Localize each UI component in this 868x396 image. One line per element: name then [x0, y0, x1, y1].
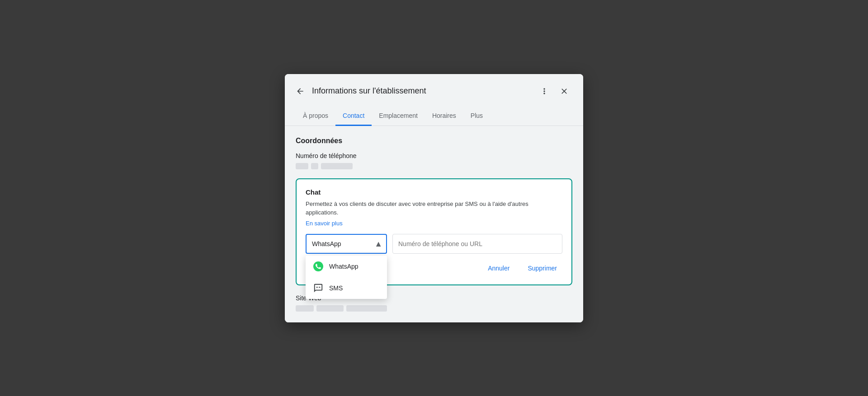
phone-block-2	[311, 163, 318, 169]
whatsapp-icon	[313, 261, 324, 272]
back-button[interactable]	[292, 83, 308, 99]
dropdown-item-whatsapp-label: WhatsApp	[329, 263, 359, 270]
phone-block-1	[296, 163, 308, 169]
svg-rect-2	[319, 287, 321, 288]
chat-card-title: Chat	[306, 188, 562, 196]
modal-window: Informations sur l'établissement À propo…	[285, 74, 583, 322]
tab-horaires[interactable]: Horaires	[425, 107, 463, 126]
more-options-button[interactable]	[536, 83, 552, 99]
sms-icon	[313, 283, 324, 294]
section-coordonnees-title: Coordonnées	[296, 137, 572, 145]
tab-emplacement[interactable]: Emplacement	[372, 107, 425, 126]
site-block-1	[296, 305, 314, 312]
site-web-value-placeholder	[296, 305, 572, 312]
tab-contact[interactable]: Contact	[335, 107, 372, 126]
chat-inputs-row: WhatsApp SMS ▲ WhatsApp	[306, 234, 562, 254]
chat-type-dropdown-wrapper: WhatsApp SMS ▲ WhatsApp	[306, 234, 387, 254]
phone-value-placeholder	[296, 163, 572, 169]
dropdown-item-whatsapp[interactable]: WhatsApp	[306, 256, 387, 277]
chat-type-select[interactable]: WhatsApp SMS	[306, 234, 387, 254]
tab-a-propos[interactable]: À propos	[296, 107, 335, 126]
close-button[interactable]	[556, 83, 572, 99]
learn-more-link[interactable]: En savoir plus	[306, 220, 343, 227]
phone-url-input[interactable]	[392, 234, 562, 254]
svg-point-0	[313, 261, 323, 271]
site-block-3	[346, 305, 387, 312]
dropdown-item-sms[interactable]: SMS	[306, 277, 387, 299]
tab-plus[interactable]: Plus	[463, 107, 490, 126]
phone-block-3	[321, 163, 353, 169]
modal-title: Informations sur l'établissement	[312, 86, 536, 96]
supprimer-button[interactable]: Supprimer	[522, 261, 562, 275]
dropdown-menu: WhatsApp SMS	[306, 256, 387, 299]
phone-label: Numéro de téléphone	[296, 152, 572, 159]
site-block-2	[316, 305, 344, 312]
annuler-button[interactable]: Annuler	[482, 261, 515, 275]
modal-body: Coordonnées Numéro de téléphone Chat Per…	[285, 126, 583, 322]
modal-header: Informations sur l'établissement	[285, 74, 583, 107]
chat-card-description: Permettez à vos clients de discuter avec…	[306, 200, 562, 217]
chat-card: Chat Permettez à vos clients de discuter…	[296, 178, 572, 285]
header-icons	[536, 83, 572, 99]
tabs-bar: À propos Contact Emplacement Horaires Pl…	[285, 107, 583, 126]
dropdown-item-sms-label: SMS	[329, 284, 343, 292]
svg-rect-1	[316, 287, 318, 288]
